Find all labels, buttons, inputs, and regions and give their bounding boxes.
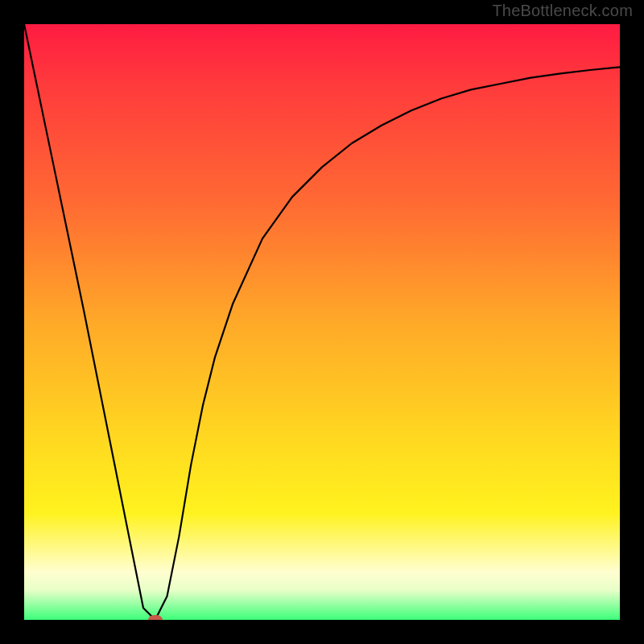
bottleneck-curve <box>24 24 620 620</box>
watermark-text: TheBottleneck.com <box>492 2 633 20</box>
minimum-marker <box>148 615 163 620</box>
plot-area <box>24 24 620 620</box>
